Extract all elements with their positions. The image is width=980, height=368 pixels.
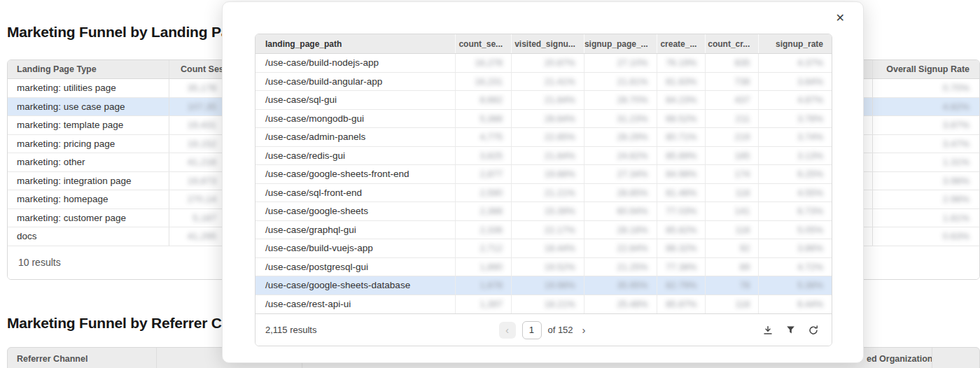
blurred-value: 84.98% — [666, 169, 696, 179]
blurred-value: 3.78% — [797, 113, 823, 124]
previous-page-button[interactable]: ‹ — [498, 322, 515, 339]
column-header-count-created[interactable]: count_cr... — [705, 34, 758, 53]
blurred-value: 118 — [736, 299, 750, 309]
page-number-input[interactable]: 1 — [522, 321, 541, 339]
table-row[interactable]: /use-case/build-angular-app 16,231 21.41… — [255, 73, 832, 92]
blurred-value: 3,825 — [480, 150, 503, 161]
table-row[interactable]: /use-case/redis-gui 3,825 21.84% 24.82% … — [255, 147, 832, 166]
drilldown-table: landing_page_path count_se... visited_si… — [255, 34, 832, 346]
blurred-value: 35,178 — [188, 83, 216, 93]
blurred-value: 20.87% — [545, 57, 575, 68]
landing-page-type-cell: marketing: utilities page — [8, 83, 169, 93]
blurred-value: 89 — [740, 262, 750, 272]
column-header-count-sessions[interactable]: count_se... — [455, 34, 511, 53]
table-row[interactable]: /use-case/rest-api-ui 1,397 18.21% 25.48… — [255, 295, 832, 314]
table-row[interactable]: /use-case/build-vuejs-app 2,712 18.44% 2… — [255, 239, 832, 258]
blurred-value: 81.83% — [666, 76, 696, 87]
landing-page-type-cell: marketing: use case page — [8, 101, 169, 112]
table-row[interactable]: /use-case/sql-gui 8,682 21.84% 28.70% 84… — [255, 91, 832, 110]
blurred-value: 28.29% — [617, 132, 648, 142]
blurred-value: 5.05% — [797, 225, 823, 235]
blurred-value: 1.81% — [943, 213, 969, 223]
blurred-value: 28.85% — [617, 187, 648, 198]
blurred-value: 19.98% — [545, 280, 575, 290]
blurred-value: 2,336 — [480, 225, 503, 235]
blurred-value: 24.82% — [617, 150, 648, 161]
table-row[interactable]: /use-case/google-sheets-front-end 2,877 … — [255, 165, 832, 184]
close-icon[interactable]: ✕ — [836, 13, 845, 24]
table-row[interactable]: /use-case/sql-front-end 2,590 21.21% 28.… — [255, 184, 832, 203]
column-header-overall-signup-rate[interactable]: Overall Signup Rate — [872, 60, 979, 78]
column-header-signup-page[interactable]: signup_page_... — [584, 34, 657, 53]
landing-page-type-cell: marketing: template page — [8, 120, 169, 130]
blurred-value: 6.25% — [797, 169, 823, 179]
landing-page-path-cell: /use-case/mongodb-gui — [255, 113, 455, 124]
blurred-value: 81.46% — [666, 187, 696, 198]
blurred-value: 2,712 — [480, 243, 503, 253]
blurred-value: 21.41% — [545, 76, 575, 87]
blurred-value: 19.88% — [545, 169, 575, 179]
blurred-value: 85.89% — [666, 150, 696, 161]
filter-icon[interactable] — [785, 325, 796, 335]
blurred-value: 21.84% — [545, 94, 575, 105]
blurred-value: 835 — [735, 57, 750, 68]
table-row[interactable]: /use-case/graphql-gui 2,336 22.17% 28.18… — [255, 221, 832, 240]
drilldown-table-footer: 2,115 results ‹ 1 of 152 › — [255, 313, 832, 346]
blurred-value: 6.44% — [797, 299, 823, 309]
table-row[interactable]: /use-case/google-sheets 2,388 15.39% 60.… — [255, 202, 832, 221]
blurred-value: 16,231 — [475, 76, 503, 87]
blurred-value: 5,187 — [192, 213, 216, 223]
landing-page-type-cell: docs — [8, 231, 169, 241]
column-divider — [932, 348, 932, 368]
page-title-referrer-funnel: Marketing Funnel by Referrer Chan — [7, 315, 247, 332]
landing-page-path-cell: /use-case/build-vuejs-app — [255, 243, 455, 253]
blurred-value: 0.63% — [943, 231, 969, 241]
landing-page-type-cell: marketing: pricing page — [8, 139, 169, 149]
column-header-signup-rate[interactable]: signup_rate — [758, 34, 832, 53]
blurred-value: 118 — [736, 225, 750, 235]
column-header-landing-page-path[interactable]: landing_page_path — [255, 34, 455, 53]
blurred-value: 174 — [735, 169, 750, 179]
blurred-value: 219 — [735, 132, 750, 142]
next-page-button[interactable]: › — [580, 323, 589, 337]
blurred-value: 4.37% — [797, 57, 823, 68]
blurred-value: 60.94% — [617, 206, 648, 216]
column-header-visited-signup[interactable]: visited_signu... — [511, 34, 584, 53]
blurred-value: 88.32% — [666, 243, 696, 253]
column-header-landing-page-type[interactable]: Landing Page Type — [8, 64, 169, 74]
landing-page-path-cell: /use-case/graphql-gui — [255, 225, 455, 235]
column-header-referrer-channel[interactable]: Referrer Channel — [17, 354, 88, 364]
landing-page-type-cell: marketing: homepage — [8, 194, 169, 204]
blurred-value: 5.38% — [797, 280, 823, 290]
table-row[interactable]: /use-case/postgresql-gui 1,890 19.52% 21… — [255, 258, 832, 277]
blurred-value: 92 — [740, 243, 750, 253]
landing-page-type-cell: marketing: integration page — [8, 176, 169, 186]
blurred-value: 19,873 — [188, 176, 216, 186]
blurred-value: 1,397 — [480, 299, 503, 309]
landing-page-path-cell: /use-case/rest-api-ui — [255, 299, 455, 309]
blurred-value: 21.84% — [545, 150, 575, 161]
blurred-value: 107,35 — [188, 101, 216, 112]
landing-page-path-cell: /use-case/build-angular-app — [255, 76, 455, 87]
column-header-organization-partial[interactable]: ed Organization — [867, 354, 932, 364]
page-total-label: of 152 — [547, 325, 573, 335]
table-row[interactable]: /use-case/google-sheets-database 1,678 1… — [255, 276, 832, 295]
table-row[interactable]: /use-case/mongodb-gui 5,388 28.84% 31.23… — [255, 110, 832, 129]
blurred-value: 270,14 — [188, 194, 216, 204]
blurred-value: 3.74% — [797, 132, 823, 142]
blurred-value: 4,775 — [480, 132, 503, 142]
blurred-value: 3.84% — [797, 76, 823, 87]
refresh-icon[interactable] — [808, 325, 819, 336]
blurred-value: 185 — [735, 150, 750, 161]
blurred-value: 15.39% — [545, 206, 575, 216]
blurred-value: 31.23% — [617, 113, 648, 124]
column-header-count-sessions[interactable]: Count Ses — [169, 60, 226, 78]
table-row[interactable]: /use-case/admin-panels 4,775 22.85% 28.2… — [255, 128, 832, 147]
column-header-create[interactable]: create_... — [657, 34, 706, 53]
blurred-value: 8,682 — [480, 94, 503, 105]
landing-page-path-cell: /use-case/admin-panels — [255, 132, 455, 142]
blurred-value: 118 — [736, 187, 750, 198]
blurred-value: 1,678 — [480, 280, 503, 290]
table-row[interactable]: /use-case/build-nodejs-app 16,278 20.87%… — [255, 54, 832, 73]
download-icon[interactable] — [762, 325, 774, 336]
